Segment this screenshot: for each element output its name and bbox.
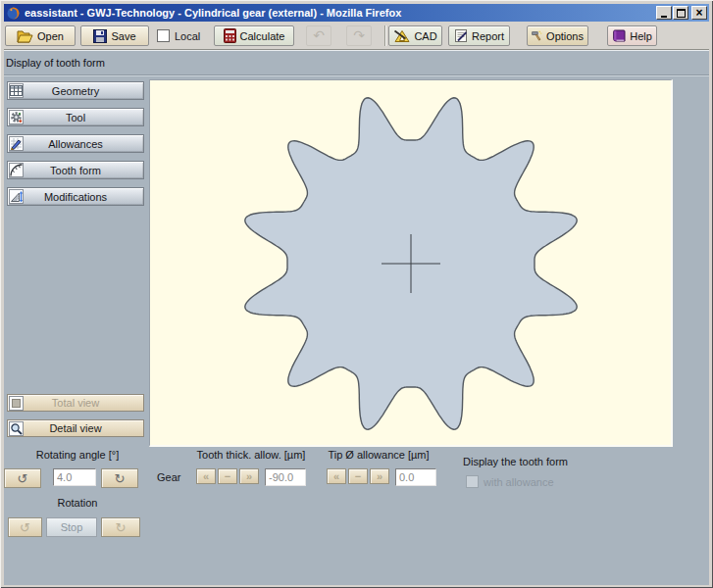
close-icon: × [695, 8, 702, 18]
display-tooth-form-label: Display the tooth form [463, 456, 568, 467]
sidebar-item-allowances[interactable]: Allowances [7, 134, 144, 153]
sidebar-label-allowances: Allowances [48, 138, 103, 150]
rotate-ccw-button[interactable]: ↺ [4, 468, 41, 488]
local-checkbox[interactable] [157, 29, 170, 42]
cad-label: CAD [414, 30, 436, 42]
rotating-angle-input[interactable] [53, 468, 96, 486]
report-label: Report [472, 30, 504, 42]
status-text: Display of tooth form [6, 57, 105, 69]
tooth-form-canvas [149, 79, 673, 447]
rotate-cw-button[interactable]: ↻ [101, 468, 138, 488]
tooth-thick-step-fwd-button: » [239, 468, 259, 484]
window-title: eassistant - GWJ-Technology - Cylindrica… [25, 7, 401, 19]
minimize-icon [661, 16, 667, 18]
sidebar-item-tool[interactable]: Tool [7, 108, 144, 126]
allowances-icon [9, 136, 24, 151]
open-folder-icon [17, 29, 33, 43]
tooth-thick-step-back-button: « [196, 468, 216, 484]
step-mid-icon: − [355, 470, 361, 482]
step-mid-icon: − [225, 470, 230, 482]
firefox-icon [7, 7, 20, 20]
rotation-cw-button[interactable]: ↻ [101, 517, 140, 537]
options-tools-icon [532, 28, 542, 43]
cad-button[interactable]: CAD [388, 25, 442, 46]
detail-view-magnifier-icon [9, 421, 24, 436]
step-back-icon: « [333, 470, 339, 482]
sidebar-item-tooth-form[interactable]: Tooth form [7, 161, 144, 179]
tooth-thick-allowance-label: Tooth thick. allow. [µm] [190, 449, 312, 461]
options-button[interactable]: Options [527, 25, 588, 46]
close-button[interactable]: × [691, 6, 707, 20]
tip-allowance-input[interactable] [395, 468, 436, 486]
modifications-icon [9, 189, 24, 204]
report-button[interactable]: Report [448, 25, 510, 46]
with-allowance-row: with allowance [466, 475, 554, 488]
total-view-icon [9, 396, 24, 411]
save-button[interactable]: Save [80, 25, 149, 46]
toolbar-separator [384, 25, 386, 46]
sidebar-label-tool: Tool [66, 112, 85, 123]
undo-button[interactable]: ↶ [306, 25, 331, 46]
save-floppy-icon [93, 29, 107, 43]
tooth-thick-allowance-input[interactable] [265, 468, 306, 486]
with-allowance-checkbox [466, 475, 479, 488]
help-button[interactable]: Help [607, 25, 657, 46]
total-view-button: Total view [7, 394, 144, 412]
sidebar-item-geometry[interactable]: Geometry [7, 81, 144, 100]
step-fwd-icon: » [246, 470, 252, 482]
sidebar-label-geometry: Geometry [52, 85, 99, 97]
tip-step-fwd-button: » [370, 468, 389, 484]
detail-view-label: Detail view [49, 422, 101, 434]
rotate-cw-icon: ↻ [115, 471, 126, 486]
detail-view-button[interactable]: Detail view [7, 419, 144, 437]
rotating-angle-label: Rotating angle [°] [4, 449, 151, 461]
step-back-icon: « [203, 470, 209, 482]
rotation-label: Rotation [4, 497, 151, 509]
save-label: Save [111, 30, 135, 42]
gear-label: Gear [157, 471, 180, 483]
undo-icon: ↶ [313, 27, 325, 43]
help-label: Help [630, 30, 652, 42]
stop-label: Stop [61, 521, 83, 533]
calculator-icon [224, 28, 236, 43]
minimize-button[interactable] [656, 6, 672, 20]
rotate-cw-icon: ↻ [116, 520, 127, 535]
rotate-ccw-icon: ↺ [20, 520, 30, 535]
report-icon [454, 28, 468, 43]
gear-canvas-svg [150, 80, 671, 445]
geometry-icon [9, 83, 24, 98]
with-allowance-label: with allowance [484, 476, 554, 488]
tip-allowance-label: Tip Ø allowance [µm] [323, 449, 434, 461]
tooth-thick-step-mid-button: − [218, 468, 237, 484]
toolbar: Open Save Local Calcula [4, 23, 709, 50]
sidebar-label-tooth-form: Tooth form [50, 165, 101, 176]
tip-step-back-button: « [327, 468, 346, 484]
rotation-stop-button: Stop [46, 517, 97, 537]
help-book-icon [612, 29, 626, 43]
redo-button[interactable]: ↷ [346, 25, 372, 46]
rotation-ccw-button[interactable]: ↺ [8, 517, 42, 537]
local-label: Local [175, 30, 200, 42]
open-button[interactable]: Open [5, 25, 76, 46]
titlebar[interactable]: eassistant - GWJ-Technology - Cylindrica… [4, 4, 709, 22]
calculate-button[interactable]: Calculate [214, 25, 294, 46]
tip-step-mid-button: − [348, 468, 368, 484]
app-area: Display of tooth form Geometry [4, 50, 709, 585]
tool-icon [9, 110, 24, 124]
sidebar-item-modifications[interactable]: Modifications [7, 187, 144, 206]
cad-icon [393, 28, 410, 43]
options-label: Options [546, 30, 584, 42]
maximize-icon [677, 9, 686, 18]
status-bar: Display of tooth form [4, 51, 709, 75]
redo-icon: ↷ [353, 27, 365, 43]
maximize-button[interactable] [673, 6, 688, 20]
sidebar-label-modifications: Modifications [44, 191, 107, 203]
rotate-ccw-icon: ↺ [18, 471, 28, 486]
tooth-form-icon [9, 163, 24, 177]
application-window: eassistant - GWJ-Technology - Cylindrica… [0, 0, 713, 588]
total-view-label: Total view [52, 397, 99, 409]
open-label: Open [37, 30, 64, 42]
step-fwd-icon: » [377, 470, 382, 482]
calculate-label: Calculate [240, 30, 285, 42]
